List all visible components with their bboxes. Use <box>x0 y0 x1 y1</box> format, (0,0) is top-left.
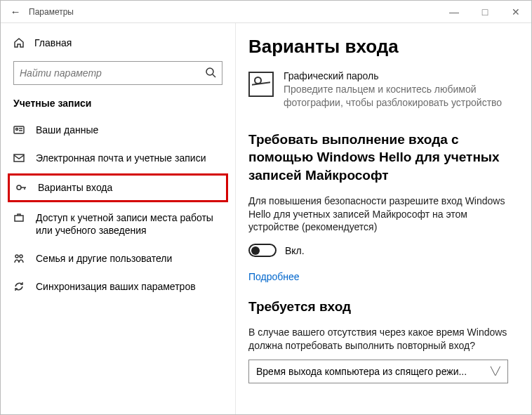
sidebar-item-label: Синхронизация ваших параметров <box>36 280 196 293</box>
sidebar-item-your-info[interactable]: Ваши данные <box>1 116 235 144</box>
family-icon <box>13 253 29 264</box>
nav-home[interactable]: Главная <box>1 32 235 54</box>
key-icon <box>15 182 31 193</box>
hello-description: Для повышения безопасности разрешите вхо… <box>248 195 520 235</box>
picture-password-title: Графический пароль <box>284 70 520 81</box>
briefcase-icon <box>13 212 29 223</box>
sidebar-item-signin-options[interactable]: Варианты входа <box>8 173 228 202</box>
sidebar-item-label: Доступ к учетной записи места работы или… <box>36 211 222 237</box>
picture-icon <box>248 72 274 97</box>
dropdown-value: Время выхода компьютера из спящего режи.… <box>256 366 467 377</box>
search-icon <box>205 67 216 80</box>
search-input[interactable] <box>20 67 205 79</box>
sidebar-item-label: Ваши данные <box>36 124 98 136</box>
close-button[interactable]: ✕ <box>500 1 531 23</box>
sidebar-item-label: Семья и другие пользователи <box>36 252 172 265</box>
svg-point-0 <box>206 68 213 75</box>
svg-line-1 <box>213 74 215 77</box>
svg-rect-4 <box>14 154 24 162</box>
sidebar-item-label: Электронная почта и учетные записи <box>36 152 206 164</box>
picture-password-subtitle: Проведите пальцем и коснитесь любимой фо… <box>284 83 520 110</box>
chevron-down-icon: ╲╱ <box>491 367 500 376</box>
sync-icon <box>13 281 29 292</box>
sidebar-item-sync[interactable]: Синхронизация ваших параметров <box>1 272 235 301</box>
user-card-icon <box>13 124 29 136</box>
toggle-knob <box>251 246 260 255</box>
hello-heading: Требовать выполнение входа с помощью Win… <box>248 131 520 185</box>
hello-toggle-label: Вкл. <box>285 245 305 256</box>
back-button[interactable]: ← <box>8 6 23 18</box>
svg-point-5 <box>17 185 21 190</box>
page-title: Варианты входа <box>248 36 520 58</box>
home-icon <box>13 37 29 48</box>
picture-password-option[interactable]: Графический пароль Проведите пальцем и к… <box>248 70 520 110</box>
hello-toggle[interactable] <box>248 244 277 257</box>
svg-point-8 <box>20 255 22 258</box>
sidebar-item-label: Варианты входа <box>38 181 112 194</box>
sidebar-item-email[interactable]: Электронная почта и учетные записи <box>1 144 235 172</box>
content-pane: Варианты входа Графический пароль Провед… <box>236 23 531 414</box>
mail-icon <box>13 152 29 164</box>
require-signin-question: В случае вашего отсутствия через какое в… <box>248 326 520 353</box>
sidebar: Главная Учетные записи Ваши данные Э <box>1 23 236 414</box>
learn-more-link[interactable]: Подробнее <box>248 271 300 282</box>
minimize-button[interactable]: — <box>439 1 470 23</box>
svg-point-7 <box>15 255 18 258</box>
maximize-button[interactable]: □ <box>470 1 500 23</box>
titlebar: ← Параметры — □ ✕ <box>1 1 531 23</box>
sidebar-item-family[interactable]: Семья и другие пользователи <box>1 244 235 272</box>
search-box[interactable] <box>13 61 222 85</box>
sidebar-section-title: Учетные записи <box>1 95 235 116</box>
require-signin-dropdown[interactable]: Время выхода компьютера из спящего режи.… <box>248 360 508 383</box>
window-title: Параметры <box>29 7 74 17</box>
require-signin-heading: Требуется вход <box>248 298 520 316</box>
nav-home-label: Главная <box>34 37 72 48</box>
svg-rect-6 <box>15 216 23 221</box>
svg-point-3 <box>16 129 18 131</box>
sidebar-item-work-access[interactable]: Доступ к учетной записи места работы или… <box>1 204 235 244</box>
